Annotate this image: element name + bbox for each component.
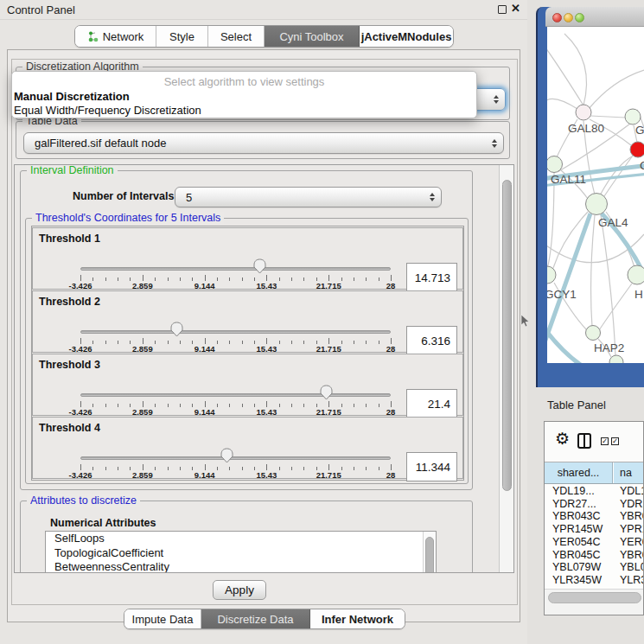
tab-label: Discretize Data (217, 613, 293, 626)
network-node[interactable] (586, 194, 608, 215)
threshold-value-field[interactable]: 14.713 (406, 263, 457, 292)
popup-item-manual-discretization[interactable]: Manual Discretization (14, 90, 130, 103)
tab-select[interactable]: Select (208, 26, 265, 47)
tab-impute-data[interactable]: Impute Data (124, 609, 201, 628)
slider-tick-label: 2.859 (117, 407, 169, 417)
tab-infer-network[interactable]: Infer Network (310, 609, 405, 628)
network-node[interactable] (576, 105, 591, 120)
close-traffic-light-icon[interactable] (552, 13, 562, 22)
slider-thumb[interactable] (169, 322, 184, 337)
cell-shared-name: YPR145W (552, 523, 603, 535)
number-of-intervals-spinner[interactable]: 5 (175, 187, 442, 207)
network-node[interactable] (547, 266, 556, 284)
network-node[interactable] (630, 142, 644, 157)
slider-tick (266, 464, 267, 470)
minimize-traffic-light-icon[interactable] (564, 13, 573, 22)
table-row[interactable]: YER054CYER0... (545, 536, 643, 548)
slider-track[interactable] (80, 456, 391, 460)
columns-icon[interactable] (577, 433, 591, 449)
tab-cyni-toolbox[interactable]: Cyni Toolbox (265, 26, 360, 47)
slider-tick-label: 2.859 (117, 344, 169, 354)
tab-label: jActiveMNodules (361, 30, 452, 43)
close-icon[interactable]: ✕ (511, 2, 520, 15)
checkbox-checked-icon[interactable]: ✓ (611, 437, 619, 445)
tab-jactivemnodules[interactable]: jActiveMNodules (360, 26, 453, 47)
column-header-name[interactable]: na (614, 462, 644, 483)
network-window-titlebar[interactable] (545, 7, 644, 27)
threshold-value-field[interactable]: 21.4 (406, 389, 457, 418)
gear-icon[interactable]: ⚙ (555, 429, 570, 449)
slider-track[interactable] (80, 330, 391, 334)
table-row[interactable]: YBL079WYBL0... (545, 561, 643, 573)
slider-tick-label: 9.144 (179, 281, 231, 290)
table-row[interactable]: YDR27...YDR2... (545, 498, 643, 510)
network-node[interactable] (609, 355, 623, 363)
slider-tick (391, 275, 392, 281)
slider-tick (391, 401, 392, 407)
table-hscrollbar-thumb[interactable] (548, 592, 641, 603)
slider-tick-label: 15.43 (240, 344, 292, 354)
threshold-value-field[interactable]: 11.344 (406, 452, 457, 481)
cell-name: YBR0... (620, 510, 644, 522)
table-hscrollbar[interactable] (545, 589, 643, 615)
network-node[interactable] (628, 265, 644, 284)
thresholds-group: Threshold's Coordinates for 5 Intervals … (25, 218, 469, 484)
slider-track[interactable] (80, 393, 391, 397)
slider-tick (328, 401, 329, 407)
network-node[interactable] (586, 326, 601, 341)
tab-network[interactable]: Network (75, 26, 156, 47)
table-row[interactable]: YBR045CYBR0... (545, 549, 643, 561)
control-panel-window: Control Panel ✕ Network Style Select Cyn… (0, 0, 527, 644)
slider-thumb[interactable] (220, 448, 234, 463)
cell-shared-name: YBR045C (552, 549, 601, 561)
group-title: Attributes to discretize (27, 494, 140, 507)
slider-tick (205, 464, 206, 470)
tab-label: Impute Data (132, 613, 194, 626)
settings-scrollbar-thumb[interactable] (502, 180, 512, 491)
table-row[interactable]: YLR345WYLR3... (545, 574, 643, 586)
slider-track[interactable] (80, 267, 391, 271)
table-toolbar: ⚙ ✓ ✓ (545, 422, 643, 462)
attribute-list-item[interactable]: TopologicalCoefficient (46, 546, 436, 561)
tab-style[interactable]: Style (156, 26, 208, 47)
table-row[interactable]: YPR145WYPR1... (545, 523, 643, 535)
list-scrollbar-thumb[interactable] (425, 537, 434, 573)
tab-label: Style (169, 30, 194, 43)
popup-item-equal-width-frequency[interactable]: Equal Width/Frequency Discretization (14, 104, 201, 117)
list-scrollbar[interactable] (423, 532, 436, 573)
network-node[interactable] (625, 109, 641, 124)
slider-thumb[interactable] (252, 258, 267, 274)
cell-shared-name: YDR27... (552, 498, 596, 510)
network-icon (87, 30, 99, 42)
slider-tick (328, 464, 329, 470)
settings-scrollbar[interactable] (499, 165, 513, 572)
table-data-group: Table Data galFiltered.sif default node (16, 121, 510, 159)
top-tab-bar: Network Style Select Cyni Toolbox jActiv… (74, 25, 454, 48)
apply-button[interactable]: Apply (213, 580, 266, 600)
network-canvas[interactable]: GAL80GALCYGAL11GAL4GCY1HHAP2 (547, 27, 644, 363)
network-node-label: GCY1 (547, 288, 577, 301)
table-row[interactable]: YBR043CYBR0... (545, 510, 643, 522)
combo-value: galFiltered.sif default node (35, 137, 166, 150)
table-row[interactable]: YDL19...YDL1... (545, 485, 643, 497)
column-header-shared[interactable]: shared... (545, 462, 613, 483)
attribute-list-item[interactable]: BetweennessCentrality (46, 560, 436, 573)
algorithm-dropdown-popup: Select algorithm to view settings Manual… (11, 71, 477, 118)
slider-tick-label: 21.715 (303, 470, 354, 480)
attribute-list-item[interactable]: SelfLoops (46, 532, 436, 546)
slider-tick-label: 2.859 (117, 470, 169, 480)
checkbox-checked-icon[interactable]: ✓ (601, 437, 609, 445)
network-node-label: GAL4 (598, 216, 628, 229)
slider-thumb[interactable] (319, 385, 334, 400)
threshold-value-field[interactable]: 6.316 (406, 326, 457, 355)
numerical-attributes-list[interactable]: SelfLoopsTopologicalCoefficientBetweenne… (45, 531, 437, 573)
tab-discretize-data[interactable]: Discretize Data (201, 609, 310, 628)
cell-shared-name: YBR043C (552, 510, 601, 522)
thresholds-container: Threshold 1 -3.4262.8599.14415.4321.7152… (31, 226, 464, 481)
zoom-traffic-light-icon[interactable] (575, 13, 584, 22)
combo-arrows-icon (430, 193, 435, 201)
slider-tick-label: 15.43 (240, 407, 292, 417)
table-data-combobox[interactable]: galFiltered.sif default node (23, 132, 504, 154)
float-window-icon[interactable] (498, 5, 507, 14)
network-node[interactable] (547, 156, 563, 173)
